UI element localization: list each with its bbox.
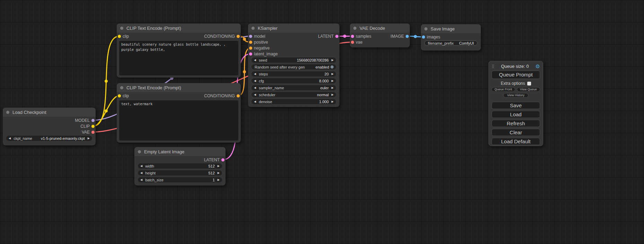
increment-icon[interactable]: ▶ bbox=[332, 80, 334, 82]
widget-width[interactable]: ◀ width 512 ▶ bbox=[138, 163, 222, 169]
decrement-icon[interactable]: ◀ bbox=[254, 87, 256, 89]
prompt-textarea[interactable]: text, watermark bbox=[119, 100, 238, 141]
widget-sampler-name[interactable]: ◀ sampler_name euler ▶ bbox=[252, 85, 336, 90]
node-clip-text-encode-negative[interactable]: CLIP Text Encode (Prompt) clip CONDITION… bbox=[117, 83, 241, 143]
drag-handle-icon[interactable]: ⣿ bbox=[492, 64, 494, 68]
slot-label: CLIP bbox=[80, 124, 90, 129]
node-title-bar[interactable]: CLIP Text Encode (Prompt) bbox=[117, 24, 241, 33]
input-slot-negative: negative bbox=[248, 45, 339, 51]
node-title: KSampler bbox=[258, 26, 277, 31]
widget-ckpt-name[interactable]: ◀ ckpt_name v1-5-pruned-emaonly.ckpt ▶ bbox=[6, 136, 92, 141]
decrement-icon[interactable]: ◀ bbox=[140, 179, 142, 181]
collapse-dot-icon[interactable] bbox=[120, 86, 123, 89]
extra-options-row: Extra options bbox=[492, 81, 540, 86]
queue-prompt-button[interactable]: Queue Prompt bbox=[492, 71, 540, 79]
input-dot-latent-image[interactable] bbox=[249, 52, 252, 55]
collapse-dot-icon[interactable] bbox=[120, 27, 123, 30]
collapse-dot-icon[interactable] bbox=[424, 27, 427, 30]
slot-label: LATENT bbox=[204, 157, 220, 162]
widget-height[interactable]: ◀ height 512 ▶ bbox=[138, 170, 222, 175]
increment-icon[interactable]: ▶ bbox=[332, 93, 334, 96]
collapse-dot-icon[interactable] bbox=[353, 27, 356, 30]
view-history-button[interactable]: View History bbox=[503, 93, 528, 98]
increment-icon[interactable]: ▶ bbox=[218, 172, 220, 174]
prompt-textarea[interactable]: beautiful scenery nature glass bottle la… bbox=[119, 41, 238, 75]
node-vae-decode[interactable]: VAE Decode samples IMAGE vae bbox=[350, 24, 410, 47]
output-dot-vae[interactable] bbox=[91, 130, 95, 134]
node-title: VAE Decode bbox=[360, 26, 385, 31]
widget-scheduler[interactable]: ◀ scheduler normal ▶ bbox=[252, 92, 336, 97]
node-title-bar[interactable]: KSampler bbox=[248, 24, 339, 33]
save-button[interactable]: Save bbox=[492, 102, 540, 109]
increment-icon[interactable]: ▶ bbox=[332, 73, 334, 75]
load-default-button[interactable]: Load Default bbox=[492, 138, 540, 145]
decrement-icon[interactable]: ◀ bbox=[140, 172, 142, 174]
output-slot-vae: VAE bbox=[3, 129, 96, 135]
node-load-checkpoint[interactable]: Load Checkpoint MODEL CLIP VAE ◀ ckpt_na… bbox=[3, 108, 96, 145]
queue-panel-header: ⣿ Queue size: 0 ⚙ bbox=[492, 64, 540, 69]
output-dot-conditioning[interactable] bbox=[237, 94, 240, 97]
output-dot-latent[interactable] bbox=[335, 35, 338, 38]
collapse-dot-icon[interactable] bbox=[138, 150, 141, 153]
input-dot-negative[interactable] bbox=[249, 46, 252, 49]
node-clip-text-encode-positive[interactable]: CLIP Text Encode (Prompt) clip CONDITION… bbox=[117, 24, 241, 78]
increment-icon[interactable]: ▶ bbox=[332, 87, 334, 89]
increment-icon[interactable]: ▶ bbox=[88, 137, 90, 140]
input-dot-images[interactable] bbox=[422, 35, 425, 38]
collapse-dot-icon[interactable] bbox=[6, 111, 9, 114]
refresh-button[interactable]: Refresh bbox=[492, 120, 540, 127]
decrement-icon[interactable]: ◀ bbox=[9, 137, 11, 140]
input-dot-vae[interactable] bbox=[351, 40, 354, 44]
settings-gear-icon[interactable]: ⚙ bbox=[536, 64, 540, 69]
node-title: Empty Latent Image bbox=[144, 149, 184, 154]
decrement-icon[interactable]: ◀ bbox=[140, 165, 142, 168]
node-save-image[interactable]: Save Image images filename_prefix ComfyU… bbox=[421, 24, 481, 51]
collapse-dot-icon[interactable] bbox=[252, 27, 255, 30]
input-dot-model[interactable] bbox=[249, 35, 252, 38]
decrement-icon[interactable]: ◀ bbox=[254, 93, 256, 96]
clear-button[interactable]: Clear bbox=[492, 129, 540, 136]
increment-icon[interactable]: ▶ bbox=[332, 100, 334, 103]
output-dot-conditioning[interactable] bbox=[237, 35, 240, 38]
output-dot-latent[interactable] bbox=[221, 158, 224, 161]
widget-seed[interactable]: ◀ seed 156680208700286 ▶ bbox=[252, 57, 336, 63]
output-dot-model[interactable] bbox=[91, 119, 95, 122]
increment-icon[interactable]: ▶ bbox=[332, 59, 334, 62]
toggle-dot-icon[interactable] bbox=[330, 65, 334, 69]
decrement-icon[interactable]: ◀ bbox=[254, 73, 256, 75]
node-title-bar[interactable]: Load Checkpoint bbox=[3, 108, 96, 117]
link-midpoint-dot bbox=[243, 70, 246, 73]
widget-filename-prefix[interactable]: filename_prefix ComfyUI bbox=[424, 40, 477, 46]
increment-icon[interactable]: ▶ bbox=[218, 165, 220, 168]
extra-options-checkbox[interactable] bbox=[527, 82, 531, 85]
input-dot-positive[interactable] bbox=[249, 40, 252, 44]
widget-random-seed-toggle[interactable]: Random seed after every gen enabled bbox=[252, 64, 336, 70]
widget-cfg[interactable]: ◀ cfg 8.000 ▶ bbox=[252, 78, 336, 83]
increment-icon[interactable]: ▶ bbox=[218, 179, 220, 181]
load-button[interactable]: Load bbox=[492, 111, 540, 118]
extra-options-label: Extra options bbox=[501, 81, 525, 86]
output-dot-clip[interactable] bbox=[91, 125, 95, 128]
node-title-bar[interactable]: Save Image bbox=[421, 24, 481, 33]
input-dot-clip[interactable] bbox=[118, 35, 121, 38]
queue-front-button[interactable]: Queue Front bbox=[492, 87, 515, 92]
node-title-bar[interactable]: VAE Decode bbox=[350, 24, 410, 33]
view-queue-button[interactable]: View Queue bbox=[517, 87, 540, 92]
widget-denoise[interactable]: ◀ denoise 1.000 ▶ bbox=[252, 99, 336, 104]
output-dot-image[interactable] bbox=[406, 35, 409, 38]
node-empty-latent-image[interactable]: Empty Latent Image LATENT ◀ width 512 ▶ … bbox=[134, 147, 226, 186]
widget-name: steps bbox=[259, 72, 268, 76]
node-title-bar[interactable]: CLIP Text Encode (Prompt) bbox=[117, 83, 241, 92]
input-dot-clip[interactable] bbox=[118, 94, 121, 97]
widget-value: 512 bbox=[208, 164, 214, 168]
node-title: Save Image bbox=[431, 26, 455, 31]
decrement-icon[interactable]: ◀ bbox=[254, 59, 256, 62]
node-title-bar[interactable]: Empty Latent Image bbox=[134, 147, 226, 156]
widget-batch-size[interactable]: ◀ batch_size 1 ▶ bbox=[138, 177, 222, 182]
node-graph-canvas[interactable]: Load Checkpoint MODEL CLIP VAE ◀ ckpt_na… bbox=[0, 0, 644, 244]
decrement-icon[interactable]: ◀ bbox=[254, 80, 256, 82]
node-ksampler[interactable]: KSampler model LATENT positive negative … bbox=[248, 24, 339, 107]
decrement-icon[interactable]: ◀ bbox=[254, 100, 256, 103]
input-dot-samples[interactable] bbox=[351, 35, 354, 38]
widget-steps[interactable]: ◀ steps 20 ▶ bbox=[252, 71, 336, 76]
